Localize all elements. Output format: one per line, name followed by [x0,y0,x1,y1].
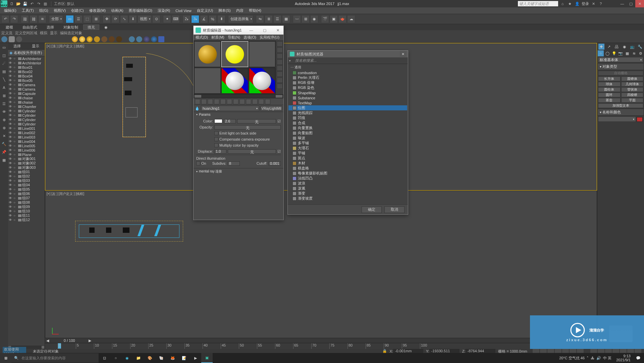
browser-close-icon[interactable]: ✕ [400,51,406,57]
action-center-icon[interactable]: 💬 [633,353,644,363]
map-item[interactable]: 斑点 [288,156,407,161]
freeze-icon[interactable]: ○ [13,109,17,113]
compensate-checkbox[interactable]: Compensate camera exposure [214,137,270,141]
mat-editor-titlebar[interactable]: 材质编辑器 - huanJing1 — ▢ ✕ [194,26,283,35]
visibility-icon[interactable]: 👁 [9,109,13,113]
visibility-icon[interactable]: 👁 [9,205,13,209]
visibility-icon[interactable]: 👁 [9,148,13,152]
freeze-icon[interactable]: ○ [13,196,17,200]
primitive-圆锥体[interactable]: 圆锥体 [621,76,644,81]
visibility-icon[interactable]: 👁 [9,79,13,82]
primitive-平面[interactable]: 平面 [621,98,644,103]
app7-icon[interactable]: ▶ [190,353,201,363]
scene-item[interactable]: 👁○Box01 [8,65,45,69]
viewport-left-label[interactable]: [+] [左 ] [用户定义 ] [线框] [47,192,84,196]
mat-earth-icon[interactable] [151,36,157,42]
browser-search-dropdown-icon[interactable]: ▾ [289,59,294,62]
light-omni-icon[interactable] [87,36,93,42]
snap-3-icon[interactable]: 3₃ [191,15,199,23]
menu-视图(V)[interactable]: 视图(V) [51,8,69,13]
scale-icon[interactable]: ⤡ [120,15,128,23]
lights-icon[interactable]: 💡 [611,50,617,56]
visibility-icon[interactable]: 👁 [9,201,13,204]
undo-button[interactable]: ↶ [1,15,9,23]
ribbon-tab-2[interactable]: 选择 [42,24,58,30]
close-icon[interactable]: ✕ [635,0,644,7]
browser-cancel-button[interactable]: 取消 [384,206,405,213]
align-icon[interactable]: ≣ [265,15,273,23]
freeze-icon[interactable]: ○ [13,57,17,60]
workspace-selector[interactable]: 工作区: 默认 [51,1,77,6]
render-icon[interactable]: 🫖 [338,15,346,23]
map-item[interactable]: 平铺 [288,151,407,156]
freeze-icon[interactable]: ○ [13,83,17,87]
taskbar-search[interactable]: 🔍 在这里输入你要搜索的内容 [11,353,99,363]
z-coord-field[interactable]: -8764.944 [465,349,495,353]
select-name-icon[interactable]: ☰ [74,15,83,23]
light-web-icon[interactable] [101,36,107,42]
weather-widget[interactable]: 20°C 空气优 46 [559,356,585,361]
browser-titlebar[interactable]: 材质/贴图浏览器 ✕ [288,51,408,57]
light-free-icon[interactable] [116,36,122,42]
freeze-icon[interactable]: ○ [13,79,17,82]
app-home-icon[interactable]: ⌂ [559,1,566,7]
map-item[interactable]: 噪波 [288,136,407,141]
rollout-name-title[interactable]: ▾ 名称和颜色 [597,109,644,116]
menu-图形编辑器(D)[interactable]: 图形编辑器(D) [126,8,155,13]
map-item[interactable]: 波浪 [288,181,407,186]
color-spinner[interactable]: 2.6 [224,119,236,123]
mat-close-icon[interactable]: ✕ [274,27,281,33]
visibility-icon[interactable]: 👁 [9,131,13,135]
map-item[interactable]: 大理石 [288,146,407,151]
autogrid-checkbox[interactable]: 自动栅格 [598,71,643,75]
firefox-icon[interactable]: 🦊 [167,353,178,363]
helper-cloud-icon[interactable] [136,36,142,42]
freeze-icon[interactable]: ○ [13,65,17,69]
visibility-icon[interactable]: 👁 [9,118,13,121]
primitive-茶壶[interactable]: 茶壶 [598,98,621,103]
viewport-top-label[interactable]: [+] [顶 ] [用户定义 ] [线框] [47,44,84,49]
map-item[interactable]: 凹痕 [288,115,407,120]
visibility-icon[interactable]: 👁 [9,157,13,161]
light-spot-icon[interactable] [94,36,100,42]
color-enable-checkbox[interactable]: ☑ [277,119,281,123]
freeze-icon[interactable]: ○ [13,105,17,108]
select-region-icon[interactable]: ⬚ [83,15,91,23]
map-item[interactable]: Substance [288,95,407,100]
mat-id-icon[interactable] [239,99,245,104]
backlight-icon[interactable] [277,47,283,53]
menu-Civil View[interactable]: Civil View [173,9,194,13]
freeze-icon[interactable]: ○ [13,140,17,143]
visibility-icon[interactable]: 👁 [9,174,13,178]
extended-text-button[interactable]: 加强型文本 [598,103,643,108]
curve-editor-icon[interactable]: 〰 [293,15,301,23]
map-item[interactable]: Perlin 大理石 [288,75,407,80]
ref-coord-system[interactable]: 视图 [138,15,152,23]
schematic-icon[interactable]: ⊞ [302,15,310,23]
menu-组(G)[interactable]: 组(G) [37,8,51,13]
redo-icon[interactable]: ↷ [36,1,42,7]
browser-ok-button[interactable]: 确定 [362,206,382,213]
filter-display-icon[interactable]: ▤ [0,68,8,75]
scene-item[interactable]: 👁○组12 [8,218,45,222]
freeze-icon[interactable]: ○ [13,183,17,187]
visibility-icon[interactable]: 👁 [9,92,13,95]
bind-spacewarp-icon[interactable]: ≋ [38,15,46,23]
put-library-icon[interactable] [233,99,238,104]
freeze-icon[interactable]: ○ [13,70,17,73]
x-coord-field[interactable]: -0.001mm [393,349,423,353]
scene-item[interactable]: 👁○Camera [8,87,45,91]
show-end-icon[interactable] [252,99,258,104]
freeze-icon[interactable]: ○ [13,161,17,165]
map-item[interactable]: 光线跟踪 [288,110,407,115]
systems-icon[interactable]: ⚙ [638,50,644,56]
sample-uv-icon[interactable] [277,59,283,65]
visibility-icon[interactable]: 👁 [9,144,13,148]
menu-内容[interactable]: 内容 [233,8,246,13]
mat-cube-icon[interactable] [158,36,164,42]
color-map-button[interactable]: 无 [237,119,276,123]
scene-item[interactable]: 👁○Box05 [8,78,45,83]
visibility-icon[interactable]: 👁 [9,126,13,130]
task-view-icon[interactable]: ⊡ [99,353,110,363]
notepad-icon[interactable]: 📝 [178,353,190,363]
